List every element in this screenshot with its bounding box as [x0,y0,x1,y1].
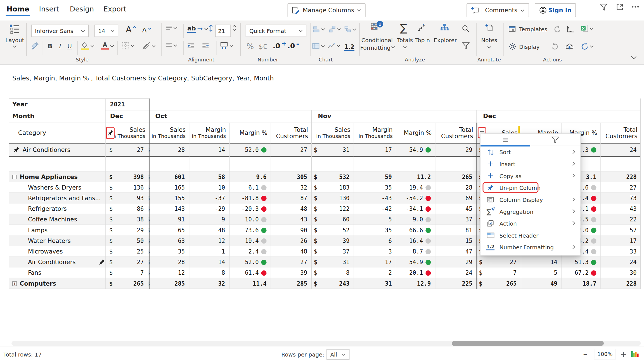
cell-sales[interactable]: $65 [149,225,189,235]
cell-total-customers[interactable]: 87 [271,193,311,204]
vertical-align-button[interactable] [166,25,177,30]
cell-total-customers[interactable]: 27 [271,144,311,156]
cell-margin[interactable]: 3 [354,246,396,257]
comments-button[interactable]: Comments [467,3,529,17]
pinned-month-header[interactable]: Dec [110,110,147,123]
cell-margin[interactable]: 14 [521,257,561,267]
menu-item-copy-as[interactable]: Copy as [480,170,580,182]
refresh-button[interactable] [581,43,594,51]
cell-margin-pct[interactable]: 11.2 [396,171,435,182]
cell-margin-pct[interactable]: -20.3 [229,204,271,214]
cell-margin-pct[interactable]: -34.1 [396,204,435,214]
cell-margin-pct[interactable]: 52.0 [229,257,271,267]
cell-margin-pct[interactable]: 2.4 [229,246,271,257]
cell-margin-pct[interactable]: -81.8 [229,193,271,204]
month-row-label[interactable]: Month [12,110,103,123]
cell-margin-pct[interactable]: 54.9 [396,144,435,156]
cell-margin[interactable]: 14 [189,144,229,156]
menu-item-select-header[interactable]: Select Header [480,229,580,241]
excel-export-button[interactable] [581,25,594,32]
zoom-level[interactable]: 100% [594,349,616,359]
font-color-button[interactable]: A [101,42,114,49]
horizontal-scrollbar-thumb[interactable] [452,341,604,346]
cell-margin-pct[interactable]: 10.0 [229,214,271,225]
increase-indent-icon[interactable] [202,43,209,49]
column-width-button[interactable] [220,42,233,50]
cell-margin-pct[interactable]: 19.4 [396,182,435,193]
horizontal-align-button[interactable] [166,43,177,48]
cell-total-customers[interactable]: 24 [600,144,641,156]
tab-insert[interactable]: Insert [39,5,59,13]
cell-sales[interactable]: $27 [476,257,521,267]
layout-button[interactable]: Layout [3,37,27,44]
cell-sales[interactable]: $243 [311,278,354,289]
cell-sales[interactable]: $60 [311,214,354,225]
collapse-icon[interactable]: − [12,174,17,179]
sign-in-button[interactable]: Sign in [535,3,576,17]
layout-chevron-icon[interactable] [13,45,17,48]
more-options-icon[interactable] [632,6,639,8]
cell-margin[interactable]: 58 [189,171,229,182]
cell-sales[interactable]: $52 [311,225,354,235]
zoom-out-button[interactable]: – [583,350,587,358]
year-row-label[interactable]: Year [12,99,103,110]
number-scale-button[interactable]: 1.2 [344,44,354,51]
cell-margin[interactable]: 5 [354,214,396,225]
rows-per-page-select[interactable]: All [326,349,349,360]
cell-total-customers[interactable]: 228 [600,171,641,182]
cell-sales[interactable]: $28 [149,257,189,267]
cell-margin[interactable]: 49 [521,278,561,289]
cell-sales[interactable]: $130 [311,193,354,204]
explorer-icon[interactable] [440,23,449,31]
cell-sales[interactable]: $601 [149,171,189,182]
cell-margin[interactable]: -29 [189,204,229,214]
bold-button[interactable]: B [48,43,52,50]
cell-margin[interactable]: 10 [189,182,229,193]
cell-margin[interactable]: 48 [189,225,229,235]
row-label-refrigerators[interactable]: Refrigerators [9,204,105,214]
cell-total-customers[interactable]: 57 [600,225,641,235]
tab-home[interactable]: Home [7,5,29,13]
cell-margin-pct[interactable]: -20.1 [396,267,435,278]
row-label-air-conditioners[interactable]: Air Conditioners [9,144,105,156]
cell-sales[interactable]: $31 [311,144,354,156]
font-size-combo[interactable]: 14 [94,25,118,37]
notes-icon[interactable] [485,24,493,32]
cell-pinned-sales[interactable]: $265 [105,278,149,289]
display-button[interactable]: Display [508,43,539,51]
month-header-oct[interactable]: Oct [155,110,204,123]
menu-tab-filter[interactable] [530,134,580,146]
row-label-microwaves[interactable]: Microwaves [9,246,105,257]
percent-format-button[interactable]: % [247,42,254,51]
cell-total-customers[interactable]: 29 [435,144,476,156]
cell-margin[interactable]: 14 [189,257,229,267]
cell-total-customers[interactable]: 43 [600,204,641,214]
cell-margin-pct[interactable]: 9.0 [396,214,435,225]
row-label-air-conditioners[interactable]: Air Conditioners [9,257,105,267]
increase-decimal-button[interactable]: .0 + [273,42,287,50]
cell-margin[interactable]: -43 [354,193,396,204]
currency-format-button[interactable]: $€ [259,43,267,51]
cloud-upload-icon[interactable] [565,43,574,50]
chart-waterfall-button[interactable] [329,25,341,33]
cell-sales[interactable]: $155 [149,193,189,204]
cell-margin-pct[interactable]: 51.3 [562,257,601,267]
top-n-icon[interactable] [417,24,425,31]
menu-item-column-display[interactable]: Column Display [480,194,580,206]
cell-total-customers[interactable]: 33 [600,246,641,257]
cell-sales[interactable]: $532 [311,171,354,182]
templates-button[interactable]: Templates [508,25,547,32]
cell-pinned-sales[interactable]: $25 [105,246,149,257]
italic-button[interactable]: I [58,43,61,50]
category-header[interactable]: Category [18,123,100,143]
cell-sales[interactable]: $7 [476,267,521,278]
cell-total-customers[interactable]: 32 [271,182,311,193]
menu-item-un-pin-column[interactable]: Un-pin Column [480,182,580,194]
column-header-nov-margin[interactable]: Marginin Thousands [354,123,396,143]
cell-sales[interactable]: $165 [149,182,189,193]
cell-margin-pct[interactable]: -61.4 [229,267,271,278]
cell-sales[interactable]: $8 [311,267,354,278]
cell-total-customers[interactable]: 24 [435,267,476,278]
cell-margin[interactable]: 35 [354,182,396,193]
totals-icon[interactable]: ∑ [400,23,407,34]
